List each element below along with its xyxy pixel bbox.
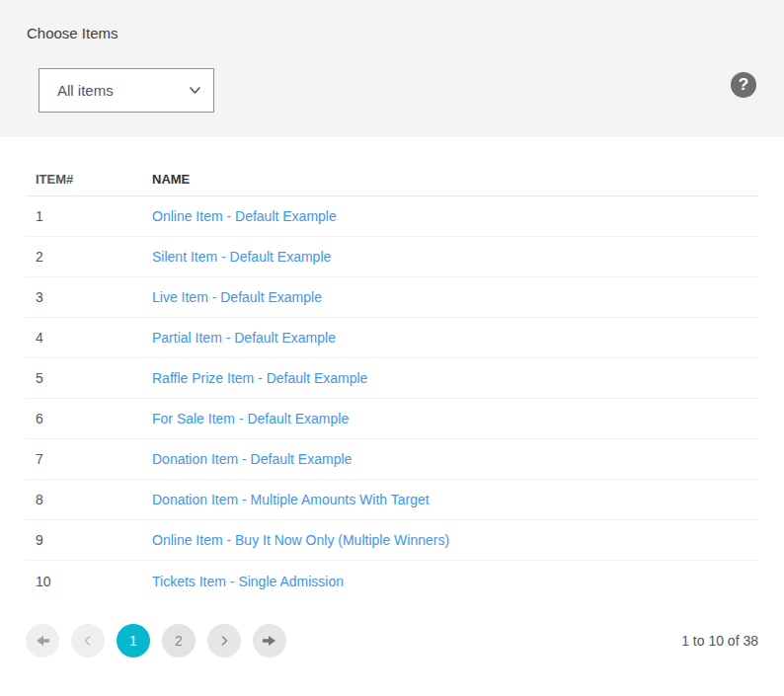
item-number-cell: 8 — [36, 492, 152, 507]
page-button-2[interactable]: 2 — [162, 624, 196, 657]
item-name-cell: For Sale Item - Default Example — [152, 411, 758, 426]
pagination-range-label: 1 to 10 of 38 — [681, 633, 758, 649]
item-name-cell: Partial Item - Default Example — [152, 330, 758, 346]
last-page-button[interactable] — [253, 624, 286, 657]
table-row: 6 For Sale Item - Default Example — [26, 399, 758, 439]
table-row: 5 Raffle Prize Item - Default Example — [26, 358, 758, 399]
item-name-link[interactable]: Raffle Prize Item - Default Example — [152, 370, 367, 386]
item-number-cell: 4 — [36, 330, 152, 346]
item-name-cell: Silent Item - Default Example — [152, 249, 758, 265]
table-header-row: ITEM# NAME — [26, 163, 758, 196]
item-number-cell: 5 — [36, 370, 152, 386]
item-name-cell: Online Item - Buy It Now Only (Multiple … — [152, 532, 758, 548]
table-row: 7 Donation Item - Default Example — [26, 439, 758, 480]
item-number-cell: 2 — [36, 249, 152, 265]
item-name-link[interactable]: Donation Item - Multiple Amounts With Ta… — [152, 492, 430, 507]
item-name-cell: Tickets Item - Single Admission — [152, 574, 758, 589]
item-number-cell: 3 — [36, 289, 152, 305]
table-row: 4 Partial Item - Default Example — [26, 318, 758, 358]
previous-page-button[interactable] — [71, 624, 105, 657]
column-header-name: NAME — [152, 172, 758, 187]
item-number-cell: 10 — [36, 574, 152, 589]
table-row: 2 Silent Item - Default Example — [26, 237, 758, 277]
item-name-cell: Online Item - Default Example — [152, 208, 758, 224]
table-row: 9 Online Item - Buy It Now Only (Multipl… — [26, 520, 758, 561]
page-title: Choose Items — [27, 25, 118, 41]
first-page-arrow-icon — [35, 633, 50, 649]
item-number-cell: 6 — [36, 411, 152, 426]
first-page-button[interactable] — [26, 624, 59, 657]
table-body: 1 Online Item - Default Example 2 Silent… — [26, 196, 758, 601]
item-name-cell: Donation Item - Multiple Amounts With Ta… — [152, 492, 758, 507]
item-number-cell: 9 — [36, 532, 152, 548]
next-page-button[interactable] — [207, 624, 241, 657]
help-icon[interactable]: ? — [731, 72, 756, 98]
item-name-link[interactable]: Tickets Item - Single Admission — [152, 574, 344, 589]
items-table: ITEM# NAME 1 Online Item - Default Examp… — [26, 163, 758, 601]
item-name-link[interactable]: For Sale Item - Default Example — [152, 411, 349, 426]
item-name-cell: Raffle Prize Item - Default Example — [152, 370, 758, 386]
item-name-cell: Live Item - Default Example — [152, 289, 758, 305]
chevron-right-icon — [216, 633, 232, 649]
column-header-item-num: ITEM# — [36, 172, 152, 187]
last-page-arrow-icon — [262, 633, 277, 649]
table-row: 1 Online Item - Default Example — [26, 196, 758, 237]
item-name-cell: Donation Item - Default Example — [152, 451, 758, 467]
pagination: 1 2 1 to 10 of 38 — [26, 624, 758, 657]
items-filter-select-wrap: All items — [39, 68, 214, 113]
item-name-link[interactable]: Live Item - Default Example — [152, 289, 322, 305]
item-name-link[interactable]: Online Item - Buy It Now Only (Multiple … — [152, 532, 449, 548]
table-row: 8 Donation Item - Multiple Amounts With … — [26, 480, 758, 520]
table-row: 10 Tickets Item - Single Admission — [26, 561, 758, 601]
item-name-link[interactable]: Silent Item - Default Example — [152, 249, 331, 265]
item-number-cell: 7 — [36, 451, 152, 467]
header-panel: Choose Items All items ? — [0, 0, 784, 137]
table-row: 3 Live Item - Default Example — [26, 277, 758, 318]
item-name-link[interactable]: Partial Item - Default Example — [152, 330, 336, 346]
item-name-link[interactable]: Donation Item - Default Example — [152, 451, 352, 467]
chevron-left-icon — [80, 633, 96, 649]
item-name-link[interactable]: Online Item - Default Example — [152, 208, 337, 224]
item-number-cell: 1 — [36, 208, 152, 224]
page-button-1[interactable]: 1 — [117, 624, 150, 657]
items-filter-select[interactable]: All items — [39, 69, 213, 112]
